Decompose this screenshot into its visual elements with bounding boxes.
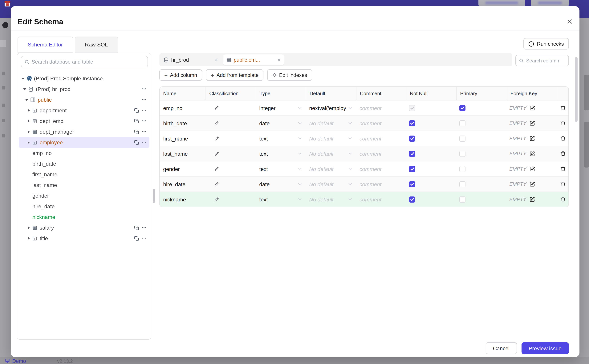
primary-checkbox[interactable] bbox=[459, 120, 465, 126]
chevron-down-icon[interactable] bbox=[24, 99, 29, 101]
more-menu-icon[interactable]: ••• bbox=[142, 236, 146, 240]
chevron-right-icon[interactable] bbox=[26, 120, 31, 123]
primary-checkbox[interactable] bbox=[459, 105, 465, 111]
preview-issue-button[interactable]: Preview issue bbox=[521, 342, 569, 354]
type-select[interactable]: integer bbox=[259, 105, 306, 111]
classification-edit-icon[interactable] bbox=[214, 121, 219, 126]
primary-checkbox[interactable] bbox=[459, 196, 465, 202]
comment-input[interactable]: comment bbox=[360, 196, 382, 202]
more-menu-icon[interactable]: ••• bbox=[142, 87, 146, 91]
panel-resizer-handle[interactable] bbox=[153, 189, 155, 203]
add-column-button[interactable]: +Add column bbox=[159, 69, 202, 81]
close-icon[interactable] bbox=[565, 17, 574, 26]
add-from-template-button[interactable]: +Add from template bbox=[206, 69, 263, 81]
editor-tab-public-em---[interactable]: public.em... bbox=[223, 54, 284, 65]
chevron-down-icon[interactable] bbox=[22, 88, 27, 90]
delete-column-icon[interactable] bbox=[560, 151, 566, 156]
column-name-field[interactable]: emp_no bbox=[160, 101, 206, 115]
not-null-checkbox[interactable] bbox=[409, 105, 415, 111]
tree-item-dept_manager[interactable]: dept_manager••• bbox=[19, 126, 149, 137]
column-name-field[interactable]: last_name bbox=[160, 146, 206, 161]
copy-icon[interactable] bbox=[134, 236, 139, 241]
comment-input[interactable]: comment bbox=[360, 166, 382, 172]
more-menu-icon[interactable]: ••• bbox=[142, 226, 146, 230]
default-select[interactable]: No default bbox=[309, 135, 356, 142]
not-null-checkbox[interactable] bbox=[409, 181, 415, 187]
type-select[interactable]: text bbox=[259, 196, 306, 202]
tree-item-department[interactable]: department••• bbox=[19, 105, 149, 116]
tree-item-emp_no[interactable]: emp_no bbox=[19, 148, 149, 158]
editor-tab-hr_prod[interactable]: hr_prod bbox=[161, 54, 221, 65]
chevron-right-icon[interactable] bbox=[26, 237, 31, 240]
tree-item-dept_emp[interactable]: dept_emp••• bbox=[19, 116, 149, 126]
tree-item--prod--hr_prod[interactable]: (Prod) hr_prod••• bbox=[19, 84, 149, 94]
column-name-field[interactable]: hire_date bbox=[160, 177, 206, 192]
comment-input[interactable]: comment bbox=[360, 105, 382, 111]
not-null-checkbox[interactable] bbox=[409, 135, 415, 142]
chevron-right-icon[interactable] bbox=[26, 109, 31, 112]
chevron-right-icon[interactable] bbox=[26, 130, 31, 133]
tree-item-nickname[interactable]: nickname bbox=[19, 212, 149, 222]
column-name-field[interactable]: gender bbox=[160, 162, 206, 176]
close-tab-icon[interactable] bbox=[214, 58, 218, 62]
default-select[interactable]: No default bbox=[309, 196, 356, 202]
more-menu-icon[interactable]: ••• bbox=[142, 130, 146, 134]
primary-checkbox[interactable] bbox=[459, 135, 465, 142]
edit-foreign-key-icon[interactable] bbox=[529, 151, 535, 156]
column-name-field[interactable]: birth_date bbox=[160, 116, 206, 130]
default-select[interactable]: No default bbox=[309, 151, 356, 157]
tree-search-input[interactable]: Search database and table bbox=[21, 56, 148, 67]
tree-item-title[interactable]: title••• bbox=[19, 233, 149, 244]
chevron-right-icon[interactable] bbox=[26, 226, 31, 229]
type-select[interactable]: date bbox=[259, 120, 306, 126]
classification-edit-icon[interactable] bbox=[214, 151, 219, 156]
not-null-checkbox[interactable] bbox=[409, 120, 415, 126]
type-select[interactable]: text bbox=[259, 151, 306, 157]
edit-foreign-key-icon[interactable] bbox=[529, 196, 535, 202]
delete-column-icon[interactable] bbox=[560, 196, 566, 202]
comment-input[interactable]: comment bbox=[360, 151, 382, 157]
classification-edit-icon[interactable] bbox=[214, 166, 219, 171]
more-menu-icon[interactable]: ••• bbox=[142, 119, 146, 123]
tree-item-public[interactable]: public••• bbox=[19, 94, 149, 105]
edit-foreign-key-icon[interactable] bbox=[529, 166, 535, 172]
not-null-checkbox[interactable] bbox=[409, 166, 415, 172]
more-menu-icon[interactable]: ••• bbox=[142, 98, 146, 102]
comment-input[interactable]: comment bbox=[360, 181, 382, 187]
tree-item-employee[interactable]: employee••• bbox=[19, 137, 149, 148]
not-null-checkbox[interactable] bbox=[409, 151, 415, 157]
default-select[interactable]: nextval('employ bbox=[309, 105, 356, 111]
edit-foreign-key-icon[interactable] bbox=[529, 105, 535, 111]
close-tab-icon[interactable] bbox=[277, 58, 281, 62]
primary-checkbox[interactable] bbox=[459, 151, 465, 157]
more-menu-icon[interactable]: ••• bbox=[142, 109, 146, 112]
copy-icon[interactable] bbox=[134, 225, 139, 230]
delete-column-icon[interactable] bbox=[560, 166, 566, 172]
type-select[interactable]: date bbox=[259, 181, 306, 187]
tab-raw-sql[interactable]: Raw SQL bbox=[75, 37, 118, 52]
chevron-down-icon[interactable] bbox=[20, 78, 26, 79]
classification-edit-icon[interactable] bbox=[214, 105, 219, 110]
primary-checkbox[interactable] bbox=[459, 166, 465, 172]
tree-item-gender[interactable]: gender bbox=[19, 190, 149, 201]
tab-schema-editor[interactable]: Schema Editor bbox=[18, 37, 73, 52]
tree-item-first_name[interactable]: first_name bbox=[19, 169, 149, 180]
column-name-field[interactable]: first_name bbox=[160, 131, 206, 146]
type-select[interactable]: text bbox=[259, 135, 306, 142]
tree-item-last_name[interactable]: last_name bbox=[19, 180, 149, 190]
copy-icon[interactable] bbox=[134, 129, 139, 134]
comment-input[interactable]: comment bbox=[360, 120, 382, 126]
edit-foreign-key-icon[interactable] bbox=[529, 136, 535, 141]
classification-edit-icon[interactable] bbox=[214, 182, 219, 187]
copy-icon[interactable] bbox=[134, 140, 139, 145]
type-select[interactable]: text bbox=[259, 166, 306, 172]
edit-indexes-button[interactable]: Edit indexes bbox=[267, 69, 312, 81]
delete-column-icon[interactable] bbox=[560, 181, 566, 187]
copy-icon[interactable] bbox=[134, 119, 139, 124]
more-menu-icon[interactable]: ••• bbox=[142, 141, 146, 144]
not-null-checkbox[interactable] bbox=[409, 196, 415, 202]
modal-scrollbar-thumb[interactable] bbox=[575, 57, 578, 122]
default-select[interactable]: No default bbox=[309, 181, 356, 187]
tree-item-salary[interactable]: salary••• bbox=[19, 222, 149, 233]
tree-item-birth_date[interactable]: birth_date bbox=[19, 158, 149, 169]
